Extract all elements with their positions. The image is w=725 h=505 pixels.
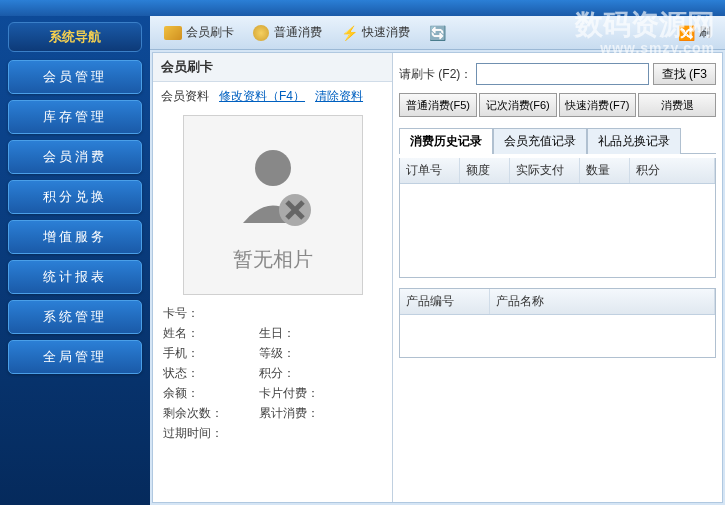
toolbar-quick-consume-label: 快速消费 <box>362 24 410 41</box>
sidebar: 系统导航 会员管理 库存管理 会员消费 积分兑换 增值服务 统计报表 系统管理 … <box>0 16 150 505</box>
col-order-no: 订单号 <box>400 158 460 183</box>
body-area: 会员刷卡 会员资料 修改资料（F4） 清除资料 暂无相片 卡号： <box>152 52 723 503</box>
label-total-consume: 累计消费： <box>259 405 319 422</box>
refresh-icon: 🔄 <box>428 24 446 42</box>
label-card-pay: 卡片付费： <box>259 385 319 402</box>
sidebar-item-global-manage[interactable]: 全局管理 <box>8 340 142 374</box>
product-grid: 产品编号 产品名称 <box>399 288 716 358</box>
toolbar: 会员刷卡 普通消费 ⚡ 快速消费 🔄 🔀 刷 <box>150 16 725 50</box>
toolbar-quick-consume[interactable]: ⚡ 快速消费 <box>332 21 418 45</box>
swipe-label: 请刷卡 (F2)： <box>399 66 472 83</box>
sidebar-item-inventory[interactable]: 库存管理 <box>8 100 142 134</box>
photo-area: 暂无相片 <box>183 115 363 295</box>
panel-title: 会员刷卡 <box>153 53 392 82</box>
sidebar-item-value-added[interactable]: 增值服务 <box>8 220 142 254</box>
card-icon <box>164 24 182 42</box>
toolbar-switch-label: 刷 <box>699 24 711 41</box>
label-birthday: 生日： <box>259 325 319 342</box>
history-grid: 订单号 额度 实际支付 数量 积分 <box>399 158 716 278</box>
find-button[interactable]: 查找 (F3 <box>653 63 716 85</box>
member-info-label: 会员资料 <box>161 89 209 103</box>
sidebar-item-system-manage[interactable]: 系统管理 <box>8 300 142 334</box>
switch-icon: 🔀 <box>677 24 695 42</box>
sidebar-item-member-manage[interactable]: 会员管理 <box>8 60 142 94</box>
btn-count-consume[interactable]: 记次消费(F6) <box>479 93 557 117</box>
label-phone: 手机： <box>163 345 219 362</box>
window-top-strip <box>0 0 725 16</box>
sidebar-item-member-consume[interactable]: 会员消费 <box>8 140 142 174</box>
toolbar-swipe-card-label: 会员刷卡 <box>186 24 234 41</box>
toolbar-extra[interactable]: 🔄 <box>420 21 454 45</box>
sidebar-title: 系统导航 <box>8 22 142 52</box>
no-photo-icon <box>223 138 323 242</box>
label-level: 等级： <box>259 345 319 362</box>
btn-normal-consume[interactable]: 普通消费(F5) <box>399 93 477 117</box>
sidebar-item-points-exchange[interactable]: 积分兑换 <box>8 180 142 214</box>
label-points: 积分： <box>259 365 319 382</box>
label-balance: 余额： <box>163 385 219 402</box>
col-amount: 额度 <box>460 158 510 183</box>
history-tabs: 消费历史记录 会员充值记录 礼品兑换记录 <box>399 127 716 154</box>
label-name: 姓名： <box>163 325 219 342</box>
label-remain-count: 剩余次数： <box>163 405 233 422</box>
tab-consume-history[interactable]: 消费历史记录 <box>399 128 493 154</box>
label-card-no: 卡号： <box>163 305 219 322</box>
left-panel: 会员刷卡 会员资料 修改资料（F4） 清除资料 暂无相片 卡号： <box>153 53 393 502</box>
clear-info-link[interactable]: 清除资料 <box>315 89 363 103</box>
main-wrap: 系统导航 会员管理 库存管理 会员消费 积分兑换 增值服务 统计报表 系统管理 … <box>0 16 725 505</box>
btn-consume-return[interactable]: 消费退 <box>638 93 716 117</box>
lightning-icon: ⚡ <box>340 24 358 42</box>
svg-point-0 <box>255 150 291 186</box>
col-qty: 数量 <box>580 158 630 183</box>
col-actual-pay: 实际支付 <box>510 158 580 183</box>
action-buttons: 普通消费(F5) 记次消费(F6) 快速消费(F7) 消费退 <box>399 93 716 117</box>
toolbar-swipe-card[interactable]: 会员刷卡 <box>156 21 242 45</box>
tab-gift-history[interactable]: 礼品兑换记录 <box>587 128 681 154</box>
member-info-header: 会员资料 修改资料（F4） 清除资料 <box>153 82 392 111</box>
right-panel: 请刷卡 (F2)： 查找 (F3 普通消费(F5) 记次消费(F6) 快速消费(… <box>393 53 722 502</box>
tab-recharge-history[interactable]: 会员充值记录 <box>493 128 587 154</box>
col-product-no: 产品编号 <box>400 289 490 314</box>
content: 会员刷卡 普通消费 ⚡ 快速消费 🔄 🔀 刷 会员刷卡 <box>150 16 725 505</box>
coin-icon <box>252 24 270 42</box>
toolbar-switch[interactable]: 🔀 刷 <box>669 21 719 45</box>
col-product-name: 产品名称 <box>490 289 715 314</box>
history-grid-head: 订单号 额度 实际支付 数量 积分 <box>400 158 715 184</box>
toolbar-normal-consume[interactable]: 普通消费 <box>244 21 330 45</box>
label-status: 状态： <box>163 365 219 382</box>
product-grid-head: 产品编号 产品名称 <box>400 289 715 315</box>
no-photo-text: 暂无相片 <box>233 246 313 273</box>
member-info-grid: 卡号： 姓名： 生日： 手机： 等级： 状态： 积分： 余额： <box>153 299 392 451</box>
swipe-row: 请刷卡 (F2)： 查找 (F3 <box>399 59 716 89</box>
label-expire-time: 过期时间： <box>163 425 243 442</box>
btn-quick-consume[interactable]: 快速消费(F7) <box>559 93 637 117</box>
col-points: 积分 <box>630 158 715 183</box>
swipe-input[interactable] <box>476 63 648 85</box>
edit-info-link[interactable]: 修改资料（F4） <box>219 89 305 103</box>
toolbar-normal-consume-label: 普通消费 <box>274 24 322 41</box>
sidebar-item-stats-report[interactable]: 统计报表 <box>8 260 142 294</box>
